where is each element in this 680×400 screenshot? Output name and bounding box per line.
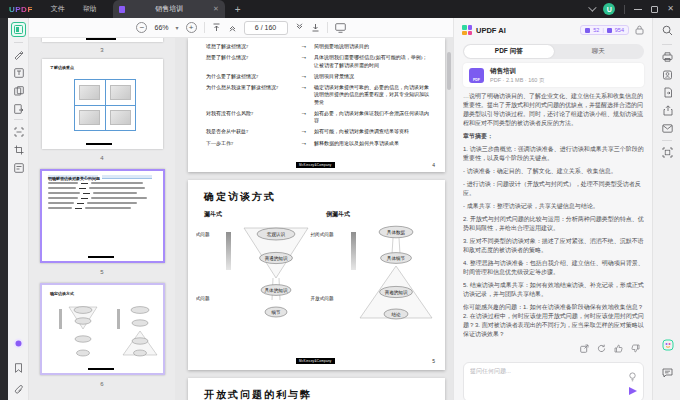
ocr-icon[interactable] [11,124,26,139]
sidebar-divider [14,119,23,120]
tab-pdf-qa[interactable]: PDF 问答 [464,45,554,58]
main-toolbar: − 66% ▾ + 6 / 160 [29,18,453,38]
thumbnail-page-number: 6 [29,381,175,387]
stamp-icon[interactable] [661,68,674,81]
edit-icon[interactable] [11,65,26,80]
tab-close-icon[interactable]: ✕ [213,5,219,13]
ai-summary-message: …说明了明确访谈目的、了解企业文化、建立信任关系和收集信息的重要性。提出了开放式… [463,92,644,344]
message-paragraph: 你可能感兴趣的问题：1. 如何在访谈准备阶段确保有效地收集信息？2. 在访谈过程… [463,303,644,339]
svg-text:开放式问题: 开放式问题 [196,231,210,238]
pdf-page-slide-6: 开放式问题的利与弊 [188,378,445,400]
window-maximize-button[interactable] [651,6,658,13]
updf-ai-icon[interactable] [11,336,26,351]
annotate-icon[interactable] [11,47,26,62]
forms-icon[interactable] [11,160,26,175]
thumbnail-page-number: 4 [29,155,175,161]
message-paragraph: - 访谈准备：确定目的、了解文化、建立关系、收集信息。 [463,167,644,176]
pdf-page-slide-5: 确定访谈方式 漏斗式 倒漏斗式 开放式问题 宏观认识 普通的知识 具体的知 [188,180,445,370]
zoom-out-button[interactable]: − [136,22,147,33]
pdf-page-slide-4: 谁想了解这些情况?→简明扼要地说明访谈目的 想要了解什么情况?→具体说明我们需要… [188,38,445,172]
search-icon[interactable] [661,24,674,37]
thumbnail-page-4[interactable]: 了解访谈重点 [42,59,163,149]
print-icon[interactable] [661,50,674,63]
export-icon[interactable] [661,86,674,99]
mail-icon[interactable] [661,122,674,135]
arrow-icon: → [294,54,314,69]
share-icon[interactable] [661,104,674,117]
ai-credits-badge[interactable]: 52 | 954 [580,25,629,35]
window-minimize-button[interactable] [634,9,642,10]
thumbnail-page-3[interactable] [42,38,163,42]
svg-text:具体的知识: 具体的知识 [265,287,288,294]
crop-icon[interactable] [11,142,26,157]
ai-assistant-icon[interactable] [661,338,674,351]
left-sidebar [8,18,29,400]
organize-pages-icon[interactable] [11,83,26,98]
message-paragraph: 5. 结束访谈与成果共享：如何有效地结束访谈、补充记录，形成正式访谈记录，并与团… [463,281,644,299]
file-card[interactable]: PDF 销售培训 PDF · 2.1 MB · 160 页 [463,63,644,87]
pdf-file-icon: PDF [469,68,484,83]
snapshot-icon[interactable] [661,146,674,159]
thumbnail-page-number: 3 [29,47,175,53]
next-page-button[interactable] [295,23,304,32]
thumbnail-title: 了解访谈重点 [50,65,74,70]
attachment-icon[interactable] [11,382,26,397]
message-paragraph: …说明了明确访谈目的、了解企业文化、建立信任关系和收集信息的重要性。提出了开放式… [463,92,644,128]
svg-text:封闭式问题: 封闭式问题 [196,296,210,302]
thumbnail-panel: 3 了解访谈重点 4 明确解答访谈对象关心的问题 5 确定访谈方式 [29,38,175,400]
menu-file[interactable]: 文件 [51,4,65,14]
ai-panel-header: UPDF AI 52 | 954 [454,18,652,42]
message-paragraph: 1. 访谈三步曲概览：强调访谈准备、进行访谈和成果共享三个阶段的重要性，以及每个… [463,145,644,163]
ask-question-input[interactable] [470,368,610,374]
previous-page-button[interactable] [228,23,237,32]
badge-divider: | [602,27,603,33]
arrow-icon: → [294,140,314,147]
prompt-ideas-icon[interactable] [628,368,637,386]
strip-divider [662,44,672,45]
updf-ai-panel: UPDF AI 52 | 954 PDF 问答 聊天 PDF 销售培训 PDF … [453,18,652,400]
tab-chat[interactable]: 聊天 [554,45,644,58]
document-tab[interactable]: 销售培训 ✕ [113,0,225,18]
regenerate-icon[interactable] [597,344,606,353]
document-scrollbar[interactable] [447,52,451,90]
arrow-icon: → [294,43,314,50]
first-page-button[interactable] [212,23,221,32]
zoom-in-button[interactable]: + [186,22,197,33]
svg-text:普通的知识: 普通的知识 [265,255,288,262]
mckinsey-logo: McKinsey&Company [296,358,335,364]
chevron-down-icon[interactable] [588,3,596,11]
thumbs-up-icon[interactable] [614,344,623,353]
menu-help[interactable]: 帮助 [83,4,97,14]
avatar[interactable]: U [603,3,615,15]
thumbs-down-icon[interactable] [631,344,640,353]
matrix-chart [74,79,136,131]
svg-text:倒漏斗式: 倒漏斗式 [325,210,350,218]
lock-icon[interactable] [635,21,644,39]
page-indicator-input[interactable]: 6 / 160 [244,21,288,35]
message-paragraph: 章节摘要： [463,132,644,141]
slide-page-number: 4 [432,162,435,168]
updf-app-window: UPDF 文件 帮助 销售培训 ✕ + U ✕ [0,0,680,400]
last-page-button[interactable] [311,23,320,32]
thumbnail-page-5-selected[interactable]: 明确解答访谈对象关心的问题 [40,169,165,263]
message-paragraph: 3. 应对不同类型的访谈对象：描述了应对紧张、滔滔不绝、沉默不语和敌对态度的被访… [463,237,644,255]
zoom-level[interactable]: 66% [154,24,168,31]
thumbnails-view-icon[interactable] [11,22,26,37]
updf-ai-logo-icon [462,25,472,35]
svg-text:普遍的知识: 普遍的知识 [385,289,408,296]
convert-icon[interactable] [11,101,26,116]
zoom-caret-icon[interactable]: ▾ [176,24,179,31]
thumbnail-page-6-current[interactable]: 确定访谈方式 [40,283,165,375]
feedback-icon[interactable] [661,366,674,379]
ai-input-box[interactable] [463,362,644,400]
slideshow-icon[interactable] [335,23,346,33]
copy-icon[interactable] [580,344,589,353]
document-viewport[interactable]: 谁想了解这些情况?→简明扼要地说明访谈目的 想要了解什么情况?→具体说明我们需要… [175,38,453,400]
window-close-button[interactable]: ✕ [667,5,674,13]
send-button[interactable] [629,387,637,395]
bookmark-icon[interactable] [11,360,26,375]
strip-divider [662,140,672,141]
ai-panel-tabs: PDF 问答 聊天 [463,44,644,59]
new-tab-button[interactable]: + [235,4,241,15]
qa-row: 想要了解什么情况?→具体说明我们需要哪些信息(如有可能的话，举例)；让被访者了解… [206,54,434,69]
